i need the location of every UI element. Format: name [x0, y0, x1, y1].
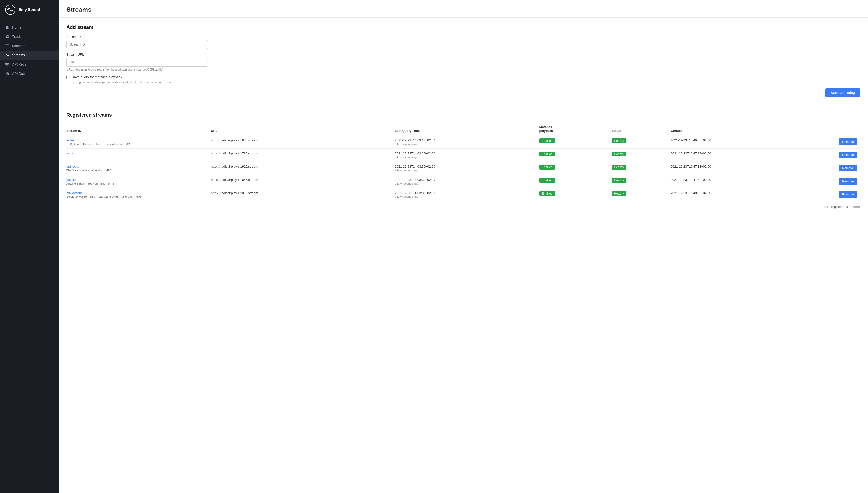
col-header-action	[802, 123, 860, 135]
svg-line-3	[6, 37, 8, 38]
stream-id-link[interactable]: wqry	[66, 152, 208, 155]
stream-sub-text: Dj G-String - These Feelings [Chriszio R…	[66, 143, 208, 146]
home-icon	[5, 25, 9, 29]
stream-id-cell: mixrayzone Sergio Sylvestre - Safe (Feat…	[66, 188, 211, 201]
add-stream-title: Add stream	[66, 24, 860, 30]
stream-id-input[interactable]	[66, 40, 208, 49]
stream-matches-cell: Enabled	[539, 175, 612, 188]
stream-sub-text: Antoine Simar - Free Your Mind - MP3	[66, 182, 208, 185]
stream-action-cell: Remove	[802, 162, 860, 175]
stream-action-cell: Remove	[802, 188, 860, 201]
stream-status-cell: Healthy	[612, 162, 671, 175]
stream-lastquery-cell: 2021-12-23T14:03:30+02:00 a few seconds …	[395, 188, 539, 201]
stream-url-input[interactable]	[66, 58, 208, 67]
stream-id-link[interactable]: mixrayzone	[66, 191, 208, 195]
matches-badge: Enabled	[539, 138, 555, 143]
tracks-icon	[5, 35, 9, 39]
stream-url-cell: https://radioairplay.fr:1925/stream	[211, 162, 395, 175]
table-row: mixrayzone Sergio Sylvestre - Safe (Feat…	[66, 188, 860, 201]
col-header-created: Created	[671, 123, 802, 135]
save-audio-hint: Saving audio will allow you to playback …	[72, 81, 860, 84]
stream-id-cell: wqry	[66, 149, 211, 162]
stream-matches-cell: Enabled	[539, 188, 612, 201]
stream-url-label: Stream URL	[66, 53, 860, 57]
status-badge: Healthy	[612, 191, 627, 196]
stream-lastquery-cell: 2021-12-23T14:03:26+02:00 a few seconds …	[395, 149, 539, 162]
stream-id-group: Stream ID	[66, 35, 860, 49]
stream-id-cell: yuppies Antoine Simar - Free Your Mind -…	[66, 175, 211, 188]
stream-id-link[interactable]: onthecity	[66, 165, 208, 168]
remove-button[interactable]: Remove	[839, 191, 857, 198]
remove-button[interactable]: Remove	[839, 165, 857, 171]
stream-lastquery-ago: a few seconds ago	[395, 156, 537, 159]
sidebar-item-api-keys[interactable]: API Keys	[0, 60, 59, 69]
stream-created-cell: 2021-12-23T10:47:44+02:00	[671, 175, 802, 188]
stream-lastquery-cell: 2021-12-23T14:03:30+02:00 a few seconds …	[395, 175, 539, 188]
col-header-matches-playback: Matchesplayback	[539, 123, 612, 135]
stream-sub-text: Sergio Sylvestre - Safe (Feat. Ivana Lol…	[66, 195, 208, 198]
svg-rect-9	[5, 47, 8, 47]
sidebar-item-matches[interactable]: Matches	[0, 41, 59, 50]
svg-point-10	[6, 55, 7, 56]
status-badge: Healthy	[612, 178, 627, 183]
stream-status-cell: Healthy	[612, 175, 671, 188]
remove-button[interactable]: Remove	[839, 178, 857, 185]
total-count: Total registered streams 5	[66, 205, 860, 209]
remove-button[interactable]: Remove	[839, 138, 857, 145]
start-monitoring-button[interactable]: Start Monitoring	[825, 88, 860, 97]
page-header: Streams	[59, 0, 868, 18]
stream-action-cell: Remove	[802, 149, 860, 162]
sidebar-header: Emy Sound	[0, 0, 59, 20]
sidebar-item-home[interactable]: Home	[0, 23, 59, 32]
svg-rect-14	[8, 64, 8, 65]
logo-icon	[5, 4, 16, 15]
stream-status-cell: Healthy	[612, 149, 671, 162]
svg-rect-11	[5, 63, 9, 65]
save-audio-label[interactable]: Save audio for matches playback.	[72, 75, 123, 79]
sidebar-item-tracks[interactable]: Tracks	[0, 32, 59, 41]
svg-rect-12	[6, 64, 6, 65]
svg-rect-13	[7, 64, 7, 65]
stream-url-cell: https://radioairplay.fr:2015/stream	[211, 188, 395, 201]
stream-id-link[interactable]: yuppies	[66, 178, 208, 181]
svg-rect-7	[5, 45, 9, 45]
stream-lastquery-ago: a few seconds ago	[395, 195, 537, 198]
stream-url-cell: https://radioairplay.fr:1675/stream	[211, 135, 395, 149]
streams-icon	[5, 53, 9, 57]
page-title: Streams	[66, 6, 860, 14]
content-area: Add stream Stream ID Stream URL URL of t…	[59, 18, 868, 216]
stream-url-hint: URL of the monitored stream (i.e., https…	[66, 68, 860, 71]
remove-button[interactable]: Remove	[839, 152, 857, 158]
stream-url-cell: https://radioairplay.fr:1645/stream	[211, 175, 395, 188]
sidebar-item-api-docs[interactable]: API Docs	[0, 69, 59, 78]
matches-badge: Enabled	[539, 191, 555, 196]
streams-table-header: Stream ID URL Last Query Time Matchespla…	[66, 123, 860, 135]
stream-created-cell: 2021-12-23T10:46:55+02:00	[671, 135, 802, 149]
matches-badge: Enabled	[539, 178, 555, 183]
table-row: onthecity The Mark - Louisiana Voodoo - …	[66, 162, 860, 175]
stream-url-cell: https://radioairplay.fr:1765/stream	[211, 149, 395, 162]
stream-created-cell: 2021-12-23T10:47:12+02:00	[671, 149, 802, 162]
save-audio-checkbox[interactable]	[66, 76, 70, 79]
stream-sub-text: The Mark - Louisiana Voodoo - MP3	[66, 169, 208, 172]
streams-table: Stream ID URL Last Query Time Matchespla…	[66, 123, 860, 201]
streams-table-body: indeez Dj G-String - These Feelings [Chr…	[66, 135, 860, 201]
main-content: Streams Add stream Stream ID Stream URL …	[59, 0, 868, 493]
status-badge: Healthy	[612, 152, 627, 156]
stream-lastquery-ago: a few seconds ago	[395, 182, 537, 185]
sidebar-brand: Emy Sound	[19, 7, 40, 12]
stream-id-link[interactable]: indeez	[66, 138, 208, 142]
stream-status-cell: Healthy	[612, 188, 671, 201]
sidebar: Emy Sound Home Tracks Matches Streams AP…	[0, 0, 59, 493]
api-docs-icon	[5, 71, 9, 76]
status-badge: Healthy	[612, 138, 627, 143]
stream-matches-cell: Enabled	[539, 135, 612, 149]
col-header-status: Status	[612, 123, 671, 135]
table-row: yuppies Antoine Simar - Free Your Mind -…	[66, 175, 860, 188]
sidebar-item-streams[interactable]: Streams	[0, 50, 59, 60]
col-header-stream-id: Stream ID	[66, 123, 211, 135]
stream-id-cell: onthecity The Mark - Louisiana Voodoo - …	[66, 162, 211, 175]
status-badge: Healthy	[612, 165, 627, 170]
stream-matches-cell: Enabled	[539, 162, 612, 175]
stream-status-cell: Healthy	[612, 135, 671, 149]
